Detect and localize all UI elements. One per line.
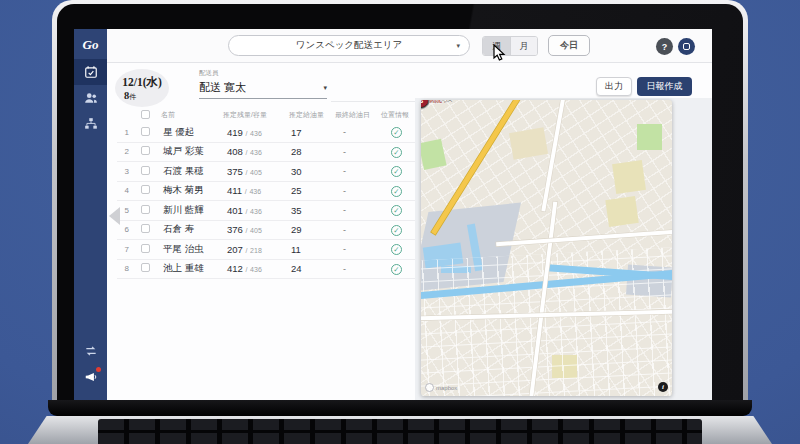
sidebar: Go [74,29,107,400]
row-number: 8 [117,264,133,273]
toolbar-divider [331,101,417,102]
sidebar-item-members[interactable] [74,85,107,111]
sidebar-item-swap[interactable] [74,338,107,364]
map-attribution: mapbox [425,383,457,392]
row-checkbox[interactable] [141,185,150,194]
location-check-icon[interactable]: ✓ [391,166,402,177]
collapse-left-chevron[interactable] [109,207,120,225]
driver-select[interactable]: 配送 寛太 ▾ [199,80,327,99]
date-badge: 12/1(水) 8件 [115,69,169,107]
refuel-amount-cell: 28 [289,146,335,157]
people-icon [84,91,98,105]
app-window: Go [74,29,712,400]
table-header: 名前 推定残量/容量 推定給油量 最終給油日 位置情報 [117,107,417,123]
table-row[interactable]: 7 平尾 治虫 207 / 218 11 - ✓ [117,240,417,260]
location-check-icon[interactable]: ✓ [391,127,402,138]
table-row[interactable]: 4 梅木 菊男 411 / 436 25 - ✓ [117,182,417,202]
table-row[interactable]: 2 城戸 彩葉 408 / 436 28 - ✓ [117,143,417,163]
header-name: 名前 [161,110,223,120]
account-button[interactable] [678,38,695,55]
map-facility-area [509,127,548,159]
map-info-button[interactable]: i [658,382,668,392]
today-button[interactable]: 今日 [548,35,590,56]
row-checkbox[interactable] [141,263,150,272]
map-facility-area [605,196,639,227]
last-refuel-date-cell: - [335,147,381,157]
row-number: 3 [117,167,133,176]
delivery-table: 名前 推定残量/容量 推定給油量 最終給油日 位置情報 1 [117,107,417,279]
swap-arrows-icon [84,344,98,358]
selected-date: 12/1(水) [122,75,162,90]
select-all-checkbox[interactable] [141,110,150,119]
table-row[interactable]: 1 星 優起 419 / 436 17 - ✓ [117,123,417,143]
sidebar-item-schedule[interactable] [74,59,107,85]
row-checkbox[interactable] [141,166,150,175]
customer-name: 星 優起 [161,126,223,139]
location-check-icon[interactable]: ✓ [391,225,402,236]
table-body: 1 星 優起 419 / 436 17 - ✓ 2 [117,123,417,279]
row-number: 1 [117,128,133,137]
table-row[interactable]: 8 池上 重雄 412 / 436 24 - ✓ [117,260,417,280]
last-refuel-date-cell: - [335,225,381,235]
refuel-amount-cell: 29 [289,224,335,235]
app-logo-icon [683,43,690,50]
header-refuel: 推定給油量 [289,110,335,120]
map-park [637,124,662,151]
location-check-icon[interactable]: ✓ [391,244,402,255]
table-row[interactable]: 6 石倉 寿 376 / 405 29 - ✓ [117,221,417,241]
last-refuel-date-cell: - [335,166,381,176]
view-toggle: 週 月 [482,36,538,56]
refuel-amount-cell: 35 [289,205,335,216]
laptop-hinge [48,400,752,416]
chevron-down-icon: ▾ [323,84,327,92]
topbar: ワンスペック配送エリア ▾ 週 月 今日 ? [107,29,712,63]
create-report-button[interactable]: 日報作成 [637,77,692,96]
location-check-icon[interactable]: ✓ [391,147,402,158]
row-checkbox[interactable] [141,146,150,155]
table-row[interactable]: 5 新川 藍輝 401 / 436 35 - ✓ [117,201,417,221]
customer-name: 石渡 果穂 [161,165,223,178]
header-remain: 推定残量/容量 [223,110,289,120]
row-checkbox[interactable] [141,244,150,253]
row-number: 4 [117,186,133,195]
last-refuel-date-cell: - [335,186,381,196]
month-view-button[interactable]: 月 [510,37,537,55]
remain-capacity-cell: 419 / 436 [223,127,289,138]
driver-value: 配送 寛太 [199,80,246,95]
org-chart-icon [84,117,98,131]
header-last-date: 最終給油日 [335,110,381,120]
location-check-icon[interactable]: ✓ [391,205,402,216]
table-row[interactable]: 3 石渡 果穂 375 / 405 30 - ✓ [117,162,417,182]
customer-name: 石倉 寿 [161,223,223,236]
record-count: 8件 [115,90,136,102]
row-checkbox[interactable] [141,205,150,214]
remain-capacity-cell: 411 / 436 [223,185,289,196]
remain-capacity-cell: 401 / 436 [223,205,289,216]
delivery-area-select[interactable]: ワンスペック配送エリア ▾ [228,35,470,56]
driver-label: 配送員 [199,69,327,78]
help-button[interactable]: ? [656,38,673,55]
sidebar-item-announcements[interactable] [74,364,107,390]
mouse-cursor [493,44,506,65]
laptop-keyboard [98,419,702,444]
location-check-icon[interactable]: ✓ [391,264,402,275]
location-check-icon[interactable]: ✓ [391,186,402,197]
last-refuel-date-cell: - [335,127,381,137]
laptop-keyboard-deck [28,416,772,444]
remain-capacity-cell: 376 / 405 [223,224,289,235]
customer-name: 池上 重雄 [161,262,223,275]
row-checkbox[interactable] [141,224,150,233]
refuel-amount-cell: 30 [289,166,335,177]
laptop-bezel: Go [57,4,743,400]
remain-capacity-cell: 207 / 218 [223,244,289,255]
export-button[interactable]: 出力 [596,77,632,96]
last-refuel-date-cell: - [335,264,381,274]
customer-name: 梅木 菊男 [161,184,223,197]
map[interactable]: 秋月2条 永山1条 旭川三菱病院 スーパーセンター トライアル 永山公園 ' [421,100,672,396]
map-facility-area [612,160,646,193]
row-number: 7 [117,245,133,254]
sidebar-item-organization[interactable] [74,111,107,137]
remain-capacity-cell: 412 / 436 [223,263,289,274]
row-checkbox[interactable] [141,127,150,136]
header-location: 位置情報 [381,110,413,120]
